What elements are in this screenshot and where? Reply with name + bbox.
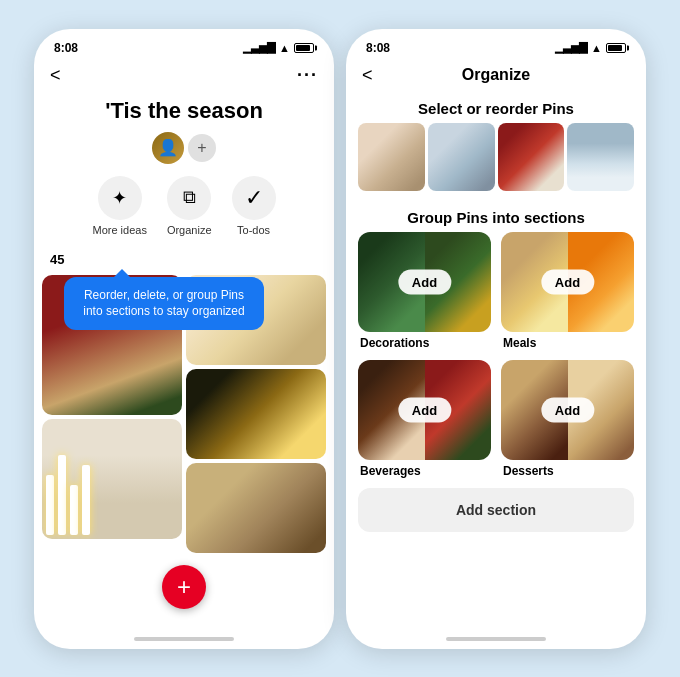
status-bar-right: 8:08 ▁▃▅▇ ▲: [346, 29, 646, 61]
section-decorations-wrapper: Add Decorations: [358, 232, 491, 350]
section1-heading: Select or reorder Pins: [346, 94, 646, 123]
reorder-strip: [346, 123, 646, 203]
more-ideas-button[interactable]: ✦ More ideas: [92, 176, 146, 236]
desserts-label: Desserts: [501, 460, 634, 478]
home-indicator-left: [134, 637, 234, 641]
wifi-icon: ▲: [279, 42, 290, 54]
add-meals-button[interactable]: Add: [541, 269, 594, 294]
status-icons-left: ▁▃▅▇ ▲: [243, 41, 314, 54]
reorder-img-2[interactable]: [428, 123, 495, 191]
more-ideas-label: More ideas: [92, 224, 146, 236]
todos-label: To-dos: [237, 224, 270, 236]
signal-icon-right: ▁▃▅▇: [555, 41, 587, 54]
reorder-img-4[interactable]: [567, 123, 634, 191]
add-collaborator-button[interactable]: +: [188, 134, 216, 162]
signal-icon: ▁▃▅▇: [243, 41, 275, 54]
section-card-beverages[interactable]: Add: [358, 360, 491, 460]
more-button-left[interactable]: ···: [297, 65, 318, 86]
back-button-left[interactable]: <: [50, 65, 61, 86]
reorder-img-3[interactable]: [498, 123, 565, 191]
time-left: 8:08: [54, 41, 78, 55]
status-icons-right: ▁▃▅▇ ▲: [555, 41, 626, 54]
phone2-nav: < Organize: [346, 61, 646, 94]
section-desserts-wrapper: Add Desserts: [501, 360, 634, 478]
pin-image-mittens[interactable]: [186, 463, 326, 553]
back-button-right[interactable]: <: [362, 65, 373, 86]
sections-grid: Add Decorations Add Meals: [346, 232, 646, 488]
meals-label: Meals: [501, 332, 634, 350]
board-avatar-row: 👤 +: [34, 132, 334, 176]
organize-icon: ⧉: [167, 176, 211, 220]
section2-heading: Group Pins into sections: [346, 203, 646, 232]
battery-icon: [294, 43, 314, 53]
action-buttons-row: ✦ More ideas ⧉ Organize ✓ To-dos: [34, 176, 334, 248]
section-card-desserts[interactable]: Add: [501, 360, 634, 460]
phone1-nav: < ···: [34, 61, 334, 94]
beverages-label: Beverages: [358, 460, 491, 478]
todos-button[interactable]: ✓ To-dos: [232, 176, 276, 236]
add-section-button[interactable]: Add section: [358, 488, 634, 532]
fab-button[interactable]: +: [162, 565, 206, 609]
pin-image-lights[interactable]: [186, 369, 326, 459]
more-ideas-icon: ✦: [98, 176, 142, 220]
organize-screen-title: Organize: [462, 66, 530, 84]
phone-right: 8:08 ▁▃▅▇ ▲ < Organize Select or reorder…: [346, 29, 646, 649]
wifi-icon-right: ▲: [591, 42, 602, 54]
organize-button[interactable]: ⧉ Organize: [167, 176, 212, 236]
pin-image-candles[interactable]: [42, 419, 182, 539]
section-card-meals[interactable]: Add: [501, 232, 634, 332]
battery-icon-right: [606, 43, 626, 53]
pin-count: 45: [34, 248, 334, 267]
app-container: 8:08 ▁▃▅▇ ▲ < ··· 'Tis the season 👤 +: [18, 9, 662, 669]
tooltip-bubble: Reorder, delete, or group Pins into sect…: [64, 277, 264, 331]
add-beverages-button[interactable]: Add: [398, 397, 451, 422]
home-indicator-right: [446, 637, 546, 641]
organize-label: Organize: [167, 224, 212, 236]
todos-icon: ✓: [232, 176, 276, 220]
avatar: 👤: [152, 132, 184, 164]
section-meals-wrapper: Add Meals: [501, 232, 634, 350]
section-beverages-wrapper: Add Beverages: [358, 360, 491, 478]
section-card-decorations[interactable]: Add: [358, 232, 491, 332]
status-bar-left: 8:08 ▁▃▅▇ ▲: [34, 29, 334, 61]
phone-left: 8:08 ▁▃▅▇ ▲ < ··· 'Tis the season 👤 +: [34, 29, 334, 649]
reorder-img-1[interactable]: [358, 123, 425, 191]
board-title: 'Tis the season: [34, 94, 334, 132]
add-desserts-button[interactable]: Add: [541, 397, 594, 422]
add-decorations-button[interactable]: Add: [398, 269, 451, 294]
decorations-label: Decorations: [358, 332, 491, 350]
time-right: 8:08: [366, 41, 390, 55]
